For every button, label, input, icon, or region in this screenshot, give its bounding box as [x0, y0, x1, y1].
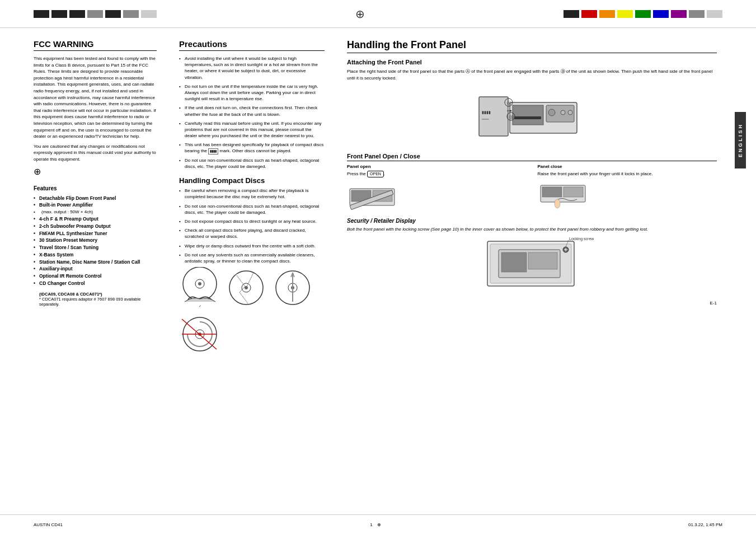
top-bar: ⊕ — [0, 0, 756, 28]
page-number: 1 — [370, 522, 372, 527]
feature-item-1: Detachable Flip Down Front Panel — [34, 195, 157, 202]
svg-text:Locking screw: Locking screw — [569, 237, 594, 241]
main-content: FCC WARNING This equipment has been test… — [0, 28, 756, 367]
svg-text:▮▮▮▮: ▮▮▮▮ — [482, 110, 491, 114]
bar-block-6 — [123, 10, 139, 18]
feature-item-12: CD Changer Control — [34, 280, 157, 287]
feature-item-4: 2-ch Subwoofer Preamp Output — [34, 223, 157, 230]
precaution-6: Do not use non-conventional discs such a… — [179, 157, 325, 170]
bar-block-r9 — [707, 10, 722, 18]
bar-block-r1 — [564, 10, 579, 18]
svg-rect-37 — [542, 187, 562, 197]
feature-item-2: Built-in Power Amplifier — [34, 202, 157, 209]
model-name: AUSTIN CD41 — [34, 522, 63, 527]
panel-open-illustration — [347, 180, 527, 212]
bar-block-5 — [105, 10, 121, 18]
locking-screw-illustration: Locking screw — [347, 236, 717, 297]
panel-close-illustration — [538, 180, 717, 212]
svg-point-2 — [198, 282, 201, 285]
security-title: Security / Retailer Display — [347, 218, 717, 224]
front-panel-illustration: ▮▮▮▮ ═══ Ⓐ Ⓑ — [347, 86, 717, 147]
panel-open-group: Panel open Press the OPEN. — [347, 164, 527, 212]
col-left-inner: FCC WARNING This equipment has been test… — [34, 39, 162, 307]
panel-open-label: Panel open — [347, 164, 527, 169]
feature-item-6: 30 Station Preset Memory — [34, 237, 157, 244]
bar-block-r3 — [599, 10, 615, 18]
feature-item-11: Optional IR Remote Control — [34, 273, 157, 280]
handling-discs-list: Be careful when removing a compact disc … — [179, 188, 325, 264]
fcc-title: FCC WARNING — [34, 39, 157, 51]
disc-image-4 — [179, 313, 221, 355]
features-section: Features Detachable Flip Down Front Pane… — [34, 185, 157, 307]
bar-block-2 — [51, 10, 67, 18]
svg-point-39 — [555, 199, 560, 208]
e1-label: E-1 — [347, 300, 717, 306]
features-list: Detachable Flip Down Front Panel Built-i… — [34, 195, 157, 287]
bottom-bar: AUSTIN CD41 1 ⊕ 01.3.22, 1:45 PM — [0, 514, 756, 534]
disc-image-3 — [272, 267, 314, 309]
col-middle-inner: Precautions Avoid installing the unit wh… — [179, 39, 330, 355]
panel-close-label: Panel close — [538, 164, 717, 169]
security-text: Bolt the front panel with the locking sc… — [347, 226, 717, 232]
fcc-body2: You are cautioned that any changes or mo… — [34, 143, 157, 163]
disc-handling-6: Do not use any solvents such as commerci… — [179, 252, 325, 264]
crosshair-icon-top: ⊕ — [355, 7, 365, 21]
feature-item-7: Travel Store / Scan Tuning — [34, 244, 157, 251]
bar-block-7 — [141, 10, 157, 18]
svg-point-24 — [568, 110, 572, 115]
bar-left — [34, 10, 157, 18]
date-time: 01.3.22, 1:45 PM — [688, 522, 722, 527]
cd-warning-images: ✓ — [179, 267, 325, 355]
disc-image-2 — [226, 267, 267, 309]
svg-rect-19 — [513, 105, 543, 125]
svg-rect-38 — [564, 187, 583, 197]
panel-images: Panel open Press the OPEN. — [347, 164, 717, 212]
col-right: Handling the Front Panel Attaching the F… — [347, 39, 722, 355]
disc-mark-icon: ▮▮▮▮ — [208, 148, 218, 154]
bar-block-3 — [69, 10, 85, 18]
bar-center-crosshair: ⊕ — [355, 7, 365, 21]
handling-discs-title: Handling Compact Discs — [179, 176, 325, 185]
feature-item-2b: (max. output : 50W × 4ch) — [34, 209, 157, 216]
bottom-center: 1 ⊕ — [370, 522, 381, 527]
disc-handling-4: Check all compact discs before playing, … — [179, 227, 325, 240]
panel-close-svg — [538, 180, 588, 210]
crosshair-left: ⊕ — [34, 166, 157, 177]
bar-block-r6 — [653, 10, 669, 18]
precaution-2: Do not turn on the unit if the temperatu… — [179, 83, 325, 102]
precaution-1: Avoid installing the unit where it would… — [179, 55, 325, 81]
english-label: ENGLISH — [735, 112, 746, 168]
bar-block-r5 — [635, 10, 651, 18]
precautions-title: Precautions — [179, 39, 325, 51]
svg-text:Ⓑ: Ⓑ — [509, 115, 514, 120]
bar-block-r4 — [617, 10, 633, 18]
bar-block-r2 — [581, 10, 597, 18]
precaution-5: This unit has been designed specifically… — [179, 142, 325, 154]
features-title: Features — [34, 185, 157, 191]
feature-item-10: Auxiliary-input — [34, 265, 157, 273]
bottom-left: AUSTIN CD41 — [34, 522, 63, 527]
fcc-body: This equipment has been tested and found… — [34, 55, 157, 140]
svg-text:Ⓐ: Ⓐ — [507, 101, 511, 106]
crosshair-icon-bottom: ⊕ — [377, 522, 381, 527]
footnote-text: * CDCA071 requires adaptor # 7607 898 09… — [39, 297, 140, 307]
page-label: E-1 — [710, 301, 717, 306]
open-button-label: OPEN — [367, 171, 384, 177]
svg-rect-21 — [514, 116, 541, 119]
bar-block-4 — [87, 10, 103, 18]
panel-open-desc: Press the OPEN. — [347, 171, 527, 177]
disc-image-1: ✓ — [179, 267, 221, 309]
svg-text:═══: ═══ — [481, 118, 490, 121]
front-panel-svg: ▮▮▮▮ ═══ Ⓐ Ⓑ — [476, 86, 588, 147]
panel-open-svg — [347, 180, 397, 211]
precaution-4: Carefully read this manual before using … — [179, 120, 325, 139]
disc-handling-3: Do not expose compact discs to direct su… — [179, 218, 325, 224]
locking-screw-svg: Locking screw — [471, 236, 594, 297]
attaching-title: Attaching the Front Panel — [347, 59, 717, 65]
bar-right — [564, 10, 722, 18]
precautions-list: Avoid installing the unit where it would… — [179, 55, 325, 170]
attaching-text: Place the right hand side of the front p… — [347, 68, 717, 81]
svg-text:✓: ✓ — [199, 305, 201, 308]
svg-rect-44 — [528, 252, 557, 269]
page-wrapper: ⊕ ENGLISH FCC WARNING This equipment has… — [0, 0, 756, 534]
